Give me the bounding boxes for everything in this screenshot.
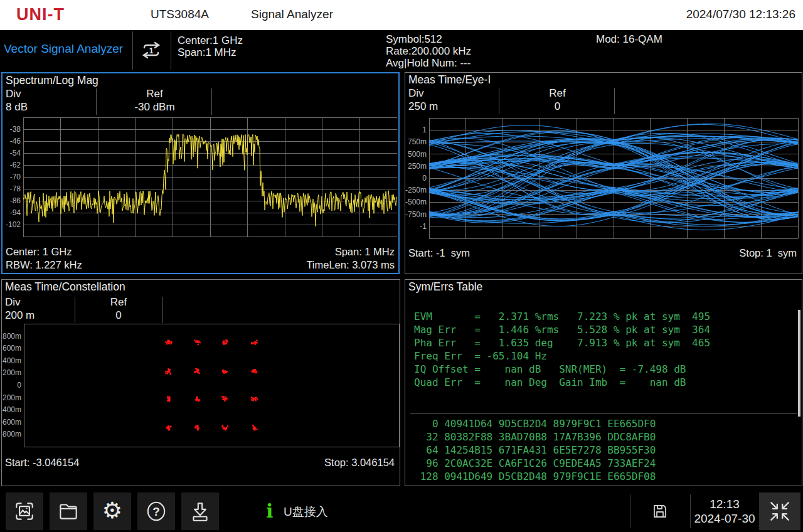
text-line: Freq Err = -65.104 Hz <box>414 349 710 363</box>
divider <box>410 413 797 413</box>
svg-text:250m: 250m <box>408 162 427 171</box>
spectrum-footer-left: Center: 1 GHzRBW: 1.227 kHz <box>6 245 82 272</box>
clock-date: 2024-07-30 <box>691 511 758 526</box>
single-sweep-icon[interactable]: 1 <box>137 40 166 63</box>
download-icon <box>188 499 212 523</box>
mode-label[interactable]: Vector Signal Analyzer <box>4 42 123 56</box>
svg-text:-102: -102 <box>6 220 21 229</box>
spectrum-panel-title: Spectrum/Log Mag <box>6 74 98 87</box>
divider <box>132 31 133 70</box>
svg-text:-78: -78 <box>10 184 21 193</box>
top-header: UNI-T UTS3084A Signal Analyzer 2024/07/3… <box>0 0 803 30</box>
svg-text:-54: -54 <box>10 149 21 157</box>
text-line: EVM = 2.371 %rms 7.223 % pk at sym 495 <box>414 310 710 323</box>
help-icon: ? <box>144 499 168 523</box>
svg-text:-70: -70 <box>10 173 21 181</box>
div-value[interactable]: 200 m <box>5 309 35 322</box>
div-value[interactable]: 250 m <box>408 100 438 113</box>
eye-diagram-panel[interactable]: Meas Time/Eye-I Div 250 m Ref 0 1750m500… <box>405 72 802 274</box>
gear-icon: ⚙ <box>98 497 126 525</box>
text-line: Quad Err = nan Deg Gain Imb = nan dB <box>414 376 710 389</box>
spectrum-panel[interactable]: Spectrum/Log Mag Div 8 dB Ref -30 dBm -3… <box>1 72 400 274</box>
svg-text:0: 0 <box>17 381 21 390</box>
svg-text:-600m: -600m <box>2 418 21 427</box>
ref-label: Ref <box>75 296 162 309</box>
constellation-stop-label: Stop: 3.046154 <box>324 456 395 469</box>
screenshot-button[interactable] <box>6 492 43 530</box>
symbol-count: Symbol:512 <box>386 33 471 45</box>
text-line: IQ Offset = nan dB SNR(MER) = -7.498 dB <box>414 363 710 376</box>
svg-text:-500m: -500m <box>405 198 427 206</box>
svg-text:?: ? <box>152 505 160 518</box>
divider <box>614 88 615 114</box>
svg-text:200m: 200m <box>3 368 21 377</box>
eye-start-label: Start: -1 sym <box>408 247 470 260</box>
svg-text:1: 1 <box>149 46 154 55</box>
folder-icon <box>56 499 80 523</box>
model-name: UTS3084A <box>151 8 209 21</box>
text-line: 64 14254B15 671FA431 6E5E7278 BB955F30 <box>414 444 656 457</box>
svg-text:600m: 600m <box>3 344 21 353</box>
constellation-panel[interactable]: Meas Time/Constellation Div 200 m Ref 0 … <box>1 279 400 486</box>
text-line: RBW: 1.227 kHz <box>6 258 82 272</box>
svg-text:-46: -46 <box>10 137 21 146</box>
text-line: 32 80382F88 3BAD70B8 17A7B396 DDC8AFB0 <box>414 430 656 444</box>
span-value: Span:1 MHz <box>178 46 243 58</box>
eye-plot: 1750m500m250m0-250m-500m-750m-1 <box>405 115 800 242</box>
save-button[interactable] <box>181 492 219 530</box>
symbol-hex-dump: 0 40941D64 9D5CB2D4 8979F9C1 EE665DF0 32… <box>414 417 656 486</box>
eye-stop-label: Stop: 1 sym <box>739 247 797 260</box>
ref-value[interactable]: -30 dBm <box>103 101 206 114</box>
error-summary-lines: EVM = 2.371 %rms 7.223 % pk at sym 495Ma… <box>414 310 710 389</box>
collapse-arrows-icon <box>767 498 793 524</box>
help-button[interactable]: ? <box>137 492 175 530</box>
svg-text:-62: -62 <box>10 161 21 169</box>
text-line: Mag Err = 1.446 %rms 5.528 % pk at sym 3… <box>414 323 710 336</box>
constellation-start-label: Start: -3.046154 <box>5 456 79 469</box>
svg-text:-38: -38 <box>10 125 21 134</box>
bottom-toolbar: ⚙ ? i U盘接入 <box>0 491 803 532</box>
file-browser-button[interactable] <box>50 492 87 530</box>
svg-text:500m: 500m <box>408 150 427 159</box>
brand-logo: UNI-T <box>16 5 65 24</box>
divider <box>211 88 212 115</box>
div-label: Div <box>408 87 424 100</box>
sym-errs-panel[interactable]: Sym/Errs Table EVM = 2.371 %rms 7.223 % … <box>405 279 802 486</box>
settings-button[interactable]: ⚙ <box>93 492 131 530</box>
spectrum-footer-right: Span: 1 MHzTimeLen: 3.073 ms <box>306 245 395 272</box>
screenshot-icon <box>13 499 36 523</box>
svg-text:400m: 400m <box>3 356 21 365</box>
svg-text:-200m: -200m <box>2 393 21 402</box>
modulation-type: Mod: 16-QAM <box>596 33 662 45</box>
avg-hold-num: Avg|Hold Num: --- <box>386 57 471 69</box>
svg-text:-94: -94 <box>10 208 21 217</box>
eye-panel-title: Meas Time/Eye-I <box>408 73 491 87</box>
ref-value[interactable]: 0 <box>75 309 162 322</box>
svg-text:-400m: -400m <box>2 405 21 414</box>
collapse-view-button[interactable] <box>759 492 800 530</box>
svg-text:750m: 750m <box>408 137 427 146</box>
measurement-info-bar: Vector Signal Analyzer 1 Center:1 GHz Sp… <box>0 30 803 71</box>
text-line: Pha Err = 1.635 deg 7.913 % pk at sym 46… <box>414 336 710 349</box>
svg-text:⚙: ⚙ <box>102 497 122 523</box>
text-line: TimeLen: 3.073 ms <box>306 258 395 272</box>
svg-text:1: 1 <box>422 125 427 134</box>
text-line: 128 0941D649 D5CB2D48 979F9C1E E665DF08 <box>414 470 656 483</box>
div-label: Div <box>5 296 21 309</box>
text-line: 0 40941D64 9D5CB2D4 8979F9C1 EE665DF0 <box>414 417 656 430</box>
text-line: Center: 1 GHz <box>6 245 82 258</box>
divider <box>690 494 691 528</box>
scrollbar-thumb[interactable] <box>798 310 800 417</box>
info-icon: i <box>266 500 273 522</box>
clock-widget[interactable]: 12:13 2024-07-30 <box>691 497 758 526</box>
signal-analyzer-screen: UNI-T UTS3084A Signal Analyzer 2024/07/3… <box>0 0 803 532</box>
text-line: Span: 1 MHz <box>306 245 395 258</box>
header-datetime: 2024/07/30 12:13:26 <box>686 8 795 21</box>
svg-text:-250m: -250m <box>405 186 427 194</box>
divider <box>630 494 630 528</box>
divider <box>499 88 499 114</box>
div-value[interactable]: 8 dB <box>6 101 28 114</box>
symbol-rate: Rate:200.000 kHz <box>386 45 471 57</box>
spectrum-plot: -38-46-54-62-70-78-86-94-102 <box>3 116 397 240</box>
ref-value[interactable]: 0 <box>506 100 609 113</box>
